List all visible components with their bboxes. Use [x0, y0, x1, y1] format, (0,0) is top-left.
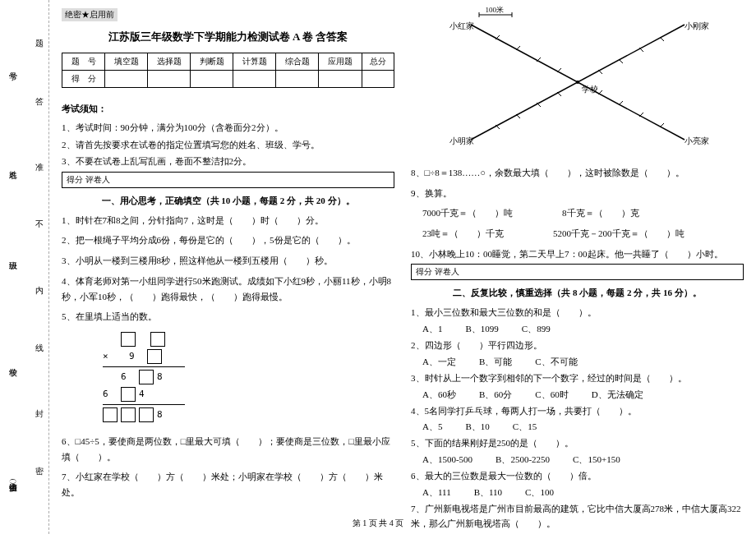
q3: 3、小明从一楼到三楼用8秒，照这样他从一楼到五楼用（ ）秒。	[62, 253, 394, 269]
s2q2: 2、四边形（ ）平行四边形。	[411, 338, 744, 353]
liang-label: 小亮家	[685, 136, 709, 147]
s2q4: 4、5名同学打乒乓球，每两人打一场，共要打（ ）。	[411, 403, 744, 419]
s2q5-opts: A、1500-500B、2500-2250C、150+150	[411, 453, 744, 466]
s2q4-opts: A、5B、10C、15	[411, 421, 744, 433]
q9-row1: 7000千克＝（ ）吨 8千克＝（ ）克	[411, 205, 744, 221]
svg-line-9	[660, 123, 664, 127]
q2: 2、把一根绳子平均分成6份，每份是它的（ ），5份是它的（ ）。	[62, 232, 394, 248]
binding-margin: 乡镇（街道） 学校 班级 姓名 学号 密 封 线 内 不 准 答 题	[0, 0, 49, 534]
left-column: 绝密★启用前 江苏版三年级数学下学期能力检测试卷 A 卷 含答案 题 号 填空题…	[62, 8, 394, 526]
paper-title: 江苏版三年级数学下学期能力检测试卷 A 卷 含答案	[62, 30, 394, 44]
multiplication-grid: ×9 68 64 8	[103, 332, 394, 425]
s2q2-opts: A、一定B、可能C、不可能	[411, 356, 744, 368]
s2q3-opts: A、60秒B、60分C、60时D、无法确定	[411, 389, 744, 401]
q10: 10、小林晚上10：00睡觉，第二天早上7：00起床。他一共睡了（ ）小时。	[411, 246, 744, 262]
q5: 5、在里填上适当的数。	[62, 309, 394, 325]
secret-label: 绝密★启用前	[62, 8, 118, 21]
notice-item: 3、不要在试卷上乱写乱画，卷面不整洁扣2分。	[62, 154, 394, 169]
notice-heading: 考试须知：	[62, 103, 394, 115]
q6: 6、□45÷5，要使商是两位数，□里最大可填（ ）；要使商是三位数，□里最小应填…	[62, 434, 394, 464]
s2q1-opts: A、1B、1099C、899	[411, 323, 744, 335]
s2q1: 1、最小三位数和最大三位数的和是（ ）。	[411, 305, 744, 320]
gang-label: 小刚家	[685, 21, 709, 32]
hong-label: 小红家	[449, 21, 474, 32]
s2q5: 5、下面的结果刚好是250的是（ ）。	[411, 435, 744, 451]
s2q3: 3、时针从上一个数字到相邻的下一个数字，经过的时间是（ ）。	[411, 371, 744, 386]
map-diagram: 100米 小红家 小刚家 小明家 小亮家 学校	[422, 8, 734, 156]
scorer-box-2: 得分 评卷人	[411, 264, 744, 280]
table-row: 得 分	[62, 71, 394, 88]
svg-line-15	[619, 59, 623, 63]
q7: 7、小红家在学校（ ）方（ ）米处；小明家在学校（ ）方（ ）米处。	[62, 469, 394, 499]
q9-row2: 23吨＝（ ）千克 5200千克－200千克＝（ ）吨	[411, 226, 744, 242]
page-footer: 第 1 页 共 4 页	[0, 518, 756, 529]
section-1-heading: 一、用心思考，正确填空（共 10 小题，每题 2 分，共 20 分）。	[62, 195, 394, 207]
notice-list: 1、考试时间：90分钟，满分为100分（含卷面分2分）。 2、请首先按要求在试卷…	[62, 118, 394, 172]
q9: 9、换算。	[411, 186, 744, 201]
q8: 8、□÷8＝138……○，余数最大填（ ），这时被除数是（ ）。	[411, 165, 744, 181]
s2q6: 6、最大的三位数是最大一位数的（ ）倍。	[411, 468, 744, 484]
school-label: 学校	[582, 84, 598, 95]
svg-line-7	[619, 101, 623, 105]
notice-item: 2、请首先按要求在试卷的指定位置填写您的姓名、班级、学号。	[62, 138, 394, 153]
section-2-heading: 二、反复比较，慎重选择（共 8 小题，每题 2 分，共 16 分）。	[411, 287, 744, 299]
q4: 4、体育老师对第一小组同学进行50米跑测试。成绩如下小红9秒，小丽11秒，小明8…	[62, 274, 394, 304]
q1: 1、时针在7和8之间，分针指向7，这时是（ ）时（ ）分。	[62, 213, 394, 228]
notice-item: 1、考试时间：90分钟，满分为100分（含卷面分2分）。	[62, 121, 394, 136]
scale-label: 100米	[486, 5, 505, 16]
right-column: 100米 小红家 小刚家 小明家 小亮家 学校 8、□÷8＝138……○，余数最…	[411, 8, 744, 526]
ming-label: 小明家	[449, 136, 474, 147]
s2q6-opts: A、111B、110C、100	[411, 486, 744, 499]
score-table: 题 号 填空题 选择题 判断题 计算题 综合题 应用题 总分 得 分	[62, 53, 394, 88]
svg-line-17	[660, 37, 664, 41]
svg-point-18	[576, 81, 579, 84]
scorer-box: 得分 评卷人	[62, 172, 394, 188]
table-row: 题 号 填空题 选择题 判断题 计算题 综合题 应用题 总分	[62, 53, 394, 71]
